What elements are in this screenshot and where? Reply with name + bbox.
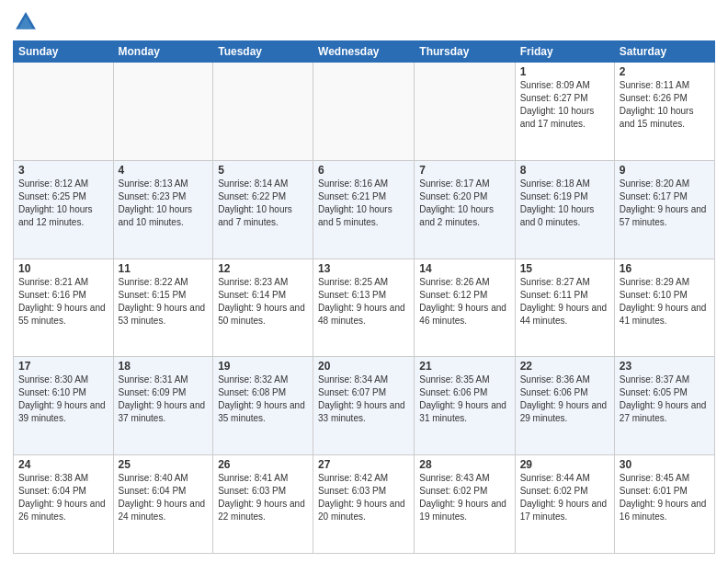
weekday-header: Monday [113,41,213,63]
day-info: Sunrise: 8:11 AMSunset: 6:26 PMDaylight:… [620,79,710,131]
calendar-cell: 4Sunrise: 8:13 AMSunset: 6:23 PMDaylight… [113,160,213,259]
day-number: 12 [218,262,308,275]
calendar-cell: 10Sunrise: 8:21 AMSunset: 6:16 PMDayligh… [14,259,114,357]
calendar-cell: 24Sunrise: 8:38 AMSunset: 6:04 PMDayligh… [14,455,114,554]
calendar-cell: 20Sunrise: 8:34 AMSunset: 6:07 PMDayligh… [313,357,415,455]
day-info: Sunrise: 8:34 AMSunset: 6:07 PMDaylight:… [318,373,409,425]
day-info: Sunrise: 8:18 AMSunset: 6:19 PMDaylight:… [520,178,609,229]
weekday-header: Thursday [415,41,515,63]
day-number: 27 [318,458,409,471]
day-info: Sunrise: 8:31 AMSunset: 6:09 PMDaylight:… [119,373,209,425]
calendar-cell: 13Sunrise: 8:25 AMSunset: 6:13 PMDayligh… [313,259,415,357]
calendar-cell: 5Sunrise: 8:14 AMSunset: 6:22 PMDaylight… [213,160,313,259]
day-info: Sunrise: 8:30 AMSunset: 6:10 PMDaylight:… [18,373,108,425]
weekday-header: Wednesday [313,41,415,63]
day-info: Sunrise: 8:36 AMSunset: 6:06 PMDaylight:… [520,373,609,425]
calendar-cell [313,63,415,161]
calendar-week-row: 10Sunrise: 8:21 AMSunset: 6:16 PMDayligh… [14,259,715,357]
calendar-table: SundayMondayTuesdayWednesdayThursdayFrid… [13,40,715,554]
day-info: Sunrise: 8:20 AMSunset: 6:17 PMDaylight:… [620,178,710,229]
day-info: Sunrise: 8:45 AMSunset: 6:01 PMDaylight:… [620,472,710,523]
calendar-cell: 2Sunrise: 8:11 AMSunset: 6:26 PMDaylight… [614,63,714,161]
calendar-cell: 15Sunrise: 8:27 AMSunset: 6:11 PMDayligh… [515,259,614,357]
day-number: 20 [318,360,409,373]
day-number: 30 [620,458,710,471]
day-number: 2 [620,65,710,78]
calendar-cell: 17Sunrise: 8:30 AMSunset: 6:10 PMDayligh… [14,357,114,455]
day-info: Sunrise: 8:13 AMSunset: 6:23 PMDaylight:… [119,178,209,229]
day-info: Sunrise: 8:43 AMSunset: 6:02 PMDaylight:… [419,472,509,523]
calendar-cell: 30Sunrise: 8:45 AMSunset: 6:01 PMDayligh… [614,455,714,554]
weekday-header: Saturday [614,41,714,63]
day-number: 5 [218,164,308,177]
calendar-header-row: SundayMondayTuesdayWednesdayThursdayFrid… [14,41,715,63]
day-number: 25 [119,458,209,471]
day-info: Sunrise: 8:38 AMSunset: 6:04 PMDaylight:… [18,472,108,523]
day-number: 4 [119,164,209,177]
day-number: 29 [520,458,609,471]
header [13,9,715,35]
day-number: 17 [18,360,108,373]
day-number: 13 [318,262,409,275]
day-info: Sunrise: 8:25 AMSunset: 6:13 PMDaylight:… [318,276,409,327]
calendar-cell [14,63,114,161]
day-number: 16 [620,262,710,275]
calendar-cell: 12Sunrise: 8:23 AMSunset: 6:14 PMDayligh… [213,259,313,357]
day-info: Sunrise: 8:44 AMSunset: 6:02 PMDaylight:… [520,472,609,523]
day-info: Sunrise: 8:40 AMSunset: 6:04 PMDaylight:… [119,472,209,523]
calendar-cell: 16Sunrise: 8:29 AMSunset: 6:10 PMDayligh… [614,259,714,357]
calendar-cell: 6Sunrise: 8:16 AMSunset: 6:21 PMDaylight… [313,160,415,259]
day-number: 7 [419,164,509,177]
day-number: 23 [620,360,710,373]
calendar-cell [415,63,515,161]
weekday-header: Friday [515,41,614,63]
calendar-cell [113,63,213,161]
calendar-cell: 18Sunrise: 8:31 AMSunset: 6:09 PMDayligh… [113,357,213,455]
day-info: Sunrise: 8:29 AMSunset: 6:10 PMDaylight:… [620,276,710,327]
day-info: Sunrise: 8:26 AMSunset: 6:12 PMDaylight:… [419,276,509,327]
day-number: 22 [520,360,609,373]
calendar-cell: 9Sunrise: 8:20 AMSunset: 6:17 PMDaylight… [614,160,714,259]
day-number: 6 [318,164,409,177]
day-number: 28 [419,458,509,471]
logo-icon [13,9,39,35]
day-info: Sunrise: 8:37 AMSunset: 6:05 PMDaylight:… [620,373,710,425]
day-info: Sunrise: 8:12 AMSunset: 6:25 PMDaylight:… [18,178,108,229]
day-number: 8 [520,164,609,177]
calendar-week-row: 1Sunrise: 8:09 AMSunset: 6:27 PMDaylight… [14,63,715,161]
day-info: Sunrise: 8:32 AMSunset: 6:08 PMDaylight:… [218,373,308,425]
calendar-cell: 23Sunrise: 8:37 AMSunset: 6:05 PMDayligh… [614,357,714,455]
weekday-header: Tuesday [213,41,313,63]
calendar-cell: 22Sunrise: 8:36 AMSunset: 6:06 PMDayligh… [515,357,614,455]
calendar-cell: 26Sunrise: 8:41 AMSunset: 6:03 PMDayligh… [213,455,313,554]
calendar-cell [213,63,313,161]
logo [13,9,42,35]
calendar-cell: 7Sunrise: 8:17 AMSunset: 6:20 PMDaylight… [415,160,515,259]
calendar-week-row: 24Sunrise: 8:38 AMSunset: 6:04 PMDayligh… [14,455,715,554]
calendar-week-row: 17Sunrise: 8:30 AMSunset: 6:10 PMDayligh… [14,357,715,455]
day-info: Sunrise: 8:35 AMSunset: 6:06 PMDaylight:… [419,373,509,425]
calendar-cell: 29Sunrise: 8:44 AMSunset: 6:02 PMDayligh… [515,455,614,554]
day-info: Sunrise: 8:09 AMSunset: 6:27 PMDaylight:… [520,79,609,131]
calendar-cell: 28Sunrise: 8:43 AMSunset: 6:02 PMDayligh… [415,455,515,554]
day-number: 26 [218,458,308,471]
calendar-cell: 11Sunrise: 8:22 AMSunset: 6:15 PMDayligh… [113,259,213,357]
day-number: 3 [18,164,108,177]
day-info: Sunrise: 8:16 AMSunset: 6:21 PMDaylight:… [318,178,409,229]
day-number: 11 [119,262,209,275]
calendar-cell: 19Sunrise: 8:32 AMSunset: 6:08 PMDayligh… [213,357,313,455]
calendar-cell: 27Sunrise: 8:42 AMSunset: 6:03 PMDayligh… [313,455,415,554]
weekday-header: Sunday [14,41,114,63]
day-info: Sunrise: 8:14 AMSunset: 6:22 PMDaylight:… [218,178,308,229]
calendar: SundayMondayTuesdayWednesdayThursdayFrid… [13,40,715,554]
calendar-cell: 8Sunrise: 8:18 AMSunset: 6:19 PMDaylight… [515,160,614,259]
calendar-week-row: 3Sunrise: 8:12 AMSunset: 6:25 PMDaylight… [14,160,715,259]
day-number: 9 [620,164,710,177]
day-info: Sunrise: 8:17 AMSunset: 6:20 PMDaylight:… [419,178,509,229]
day-number: 19 [218,360,308,373]
day-info: Sunrise: 8:21 AMSunset: 6:16 PMDaylight:… [18,276,108,327]
day-info: Sunrise: 8:41 AMSunset: 6:03 PMDaylight:… [218,472,308,523]
page: SundayMondayTuesdayWednesdayThursdayFrid… [0,0,728,563]
calendar-cell: 3Sunrise: 8:12 AMSunset: 6:25 PMDaylight… [14,160,114,259]
day-number: 15 [520,262,609,275]
